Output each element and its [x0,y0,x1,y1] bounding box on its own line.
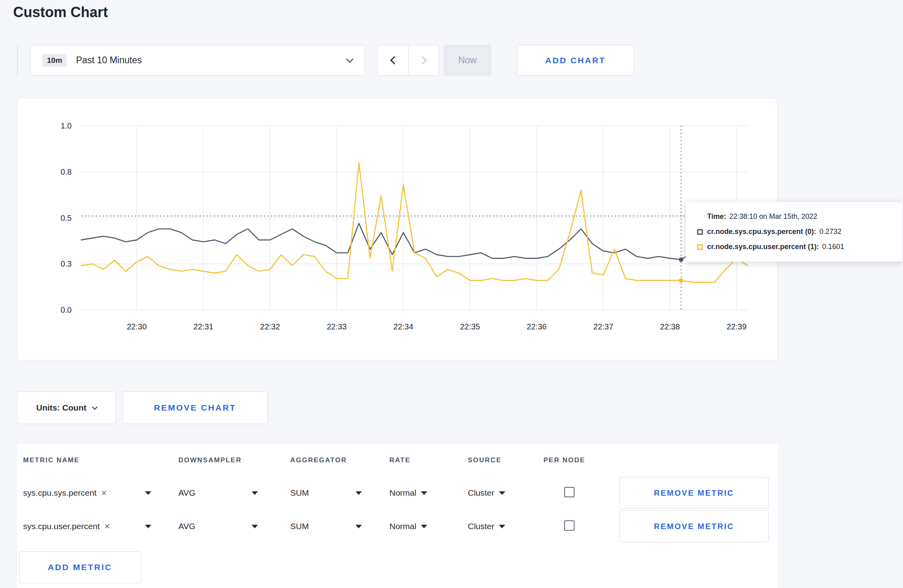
per-node-checkbox[interactable] [564,520,575,531]
chevron-down-icon [346,55,353,62]
source-value: Cluster [468,488,494,498]
metric-name-select[interactable]: sys.cpu.user.percent × [23,522,151,531]
time-nav-group [377,45,439,76]
caret-down-icon [252,525,258,528]
caret-down-icon [356,491,362,495]
rate-select[interactable]: Normal [389,488,427,498]
series-sys-swatch-icon [697,229,703,235]
clear-metric-icon[interactable]: × [101,489,106,498]
next-time-button[interactable] [408,45,439,76]
column-header-per-node: PER NODE [543,456,619,464]
controls-divider [17,45,18,76]
now-button[interactable]: Now [444,45,491,76]
chart-card: 1.00.80.50.30.022:3022:3122:3222:3322:34… [17,98,778,361]
column-header-downsampler: DOWNSAMPLER [178,456,290,464]
downsampler-select[interactable]: AVG [178,522,258,531]
metric-row: sys.cpu.sys.percent × AVG SUM Normal Clu… [17,476,778,510]
tooltip-series-value: 0.2732 [819,228,841,236]
tooltip-time-label: Time: [707,212,726,221]
metrics-line-chart[interactable]: 1.00.80.50.30.022:3022:3122:3222:3322:34… [18,98,777,359]
tooltip-series-row: cr.node.sys.cpu.user.percent (1): 0.1601 [697,243,891,251]
series-user-swatch-icon [697,244,703,250]
remove-metric-button[interactable]: REMOVE METRIC [619,477,769,509]
units-select[interactable]: Units: Count [17,391,116,424]
source-value: Cluster [468,522,494,531]
svg-text:22:34: 22:34 [393,322,413,331]
column-header-aggregator: AGGREGATOR [290,456,389,464]
page-title: Custom Chart [13,4,108,21]
tooltip-series-row: cr.node.sys.cpu.sys.percent (0): 0.2732 [697,228,891,236]
svg-text:22:37: 22:37 [593,322,613,331]
tooltip-series-label: cr.node.sys.cpu.sys.percent (0): [707,228,816,236]
add-metric-button[interactable]: ADD METRIC [19,551,141,583]
svg-text:22:39: 22:39 [727,322,747,331]
chevron-right-icon [418,56,426,64]
caret-down-icon [421,525,427,528]
svg-text:22:32: 22:32 [260,322,280,331]
aggregator-value: SUM [290,522,309,531]
downsampler-select[interactable]: AVG [178,488,258,498]
svg-text:22:36: 22:36 [527,322,547,331]
aggregator-select[interactable]: SUM [290,522,362,531]
caret-down-icon [145,525,151,528]
rate-value: Normal [389,522,416,531]
caret-down-icon [145,491,151,495]
time-range-badge: 10m [43,54,66,67]
metrics-table-header: METRIC NAME DOWNSAMPLER AGGREGATOR RATE … [17,444,778,476]
svg-text:0.0: 0.0 [61,306,72,314]
downsampler-value: AVG [178,488,195,498]
caret-down-icon [499,491,505,495]
metric-row: sys.cpu.user.percent × AVG SUM Normal Cl… [17,510,778,543]
clear-metric-icon[interactable]: × [105,522,110,531]
column-header-metric-name: METRIC NAME [23,456,178,464]
chevron-down-icon [92,404,98,410]
svg-text:0.5: 0.5 [61,214,72,222]
chart-tooltip: Time: 22:38:10 on Mar 15th, 2022 cr.node… [686,202,903,262]
units-label: Units: Count [36,403,86,413]
metric-name-select[interactable]: sys.cpu.sys.percent × [23,488,151,498]
rate-value: Normal [389,488,416,498]
svg-text:22:35: 22:35 [460,322,480,331]
add-chart-button[interactable]: ADD CHART [517,45,634,76]
svg-text:22:33: 22:33 [327,322,347,331]
tooltip-time-row: Time: 22:38:10 on Mar 15th, 2022 [697,212,891,221]
tooltip-time-value: 22:38:10 on Mar 15th, 2022 [729,212,817,221]
remove-metric-button[interactable]: REMOVE METRIC [619,510,769,542]
downsampler-value: AVG [178,522,195,531]
remove-chart-button[interactable]: REMOVE CHART [123,391,268,424]
metrics-table: METRIC NAME DOWNSAMPLER AGGREGATOR RATE … [17,444,778,588]
caret-down-icon [421,491,427,495]
rate-select[interactable]: Normal [389,522,427,531]
svg-text:22:30: 22:30 [127,322,147,331]
per-node-checkbox[interactable] [564,487,575,497]
svg-text:0.8: 0.8 [61,167,72,176]
time-range-label: Past 10 Minutes [76,55,142,66]
metric-name-value: sys.cpu.sys.percent [23,488,96,498]
metric-name-value: sys.cpu.user.percent [23,522,100,531]
caret-down-icon [356,525,362,528]
source-select[interactable]: Cluster [468,522,505,531]
column-header-source: SOURCE [468,456,543,464]
source-select[interactable]: Cluster [468,488,505,498]
svg-text:22:38: 22:38 [660,322,680,331]
column-header-rate: RATE [389,456,468,464]
svg-text:0.3: 0.3 [61,259,72,268]
svg-text:1.0: 1.0 [61,121,72,130]
prev-time-button[interactable] [377,45,408,76]
svg-text:22:31: 22:31 [194,322,213,331]
tooltip-series-label: cr.node.sys.cpu.user.percent (1): [707,243,819,251]
tooltip-series-value: 0.1601 [822,243,844,251]
aggregator-select[interactable]: SUM [290,488,362,498]
time-range-select[interactable]: 10m Past 10 Minutes [30,45,365,76]
caret-down-icon [252,491,258,495]
caret-down-icon [499,525,505,528]
chevron-left-icon [390,56,398,64]
aggregator-value: SUM [290,488,309,498]
